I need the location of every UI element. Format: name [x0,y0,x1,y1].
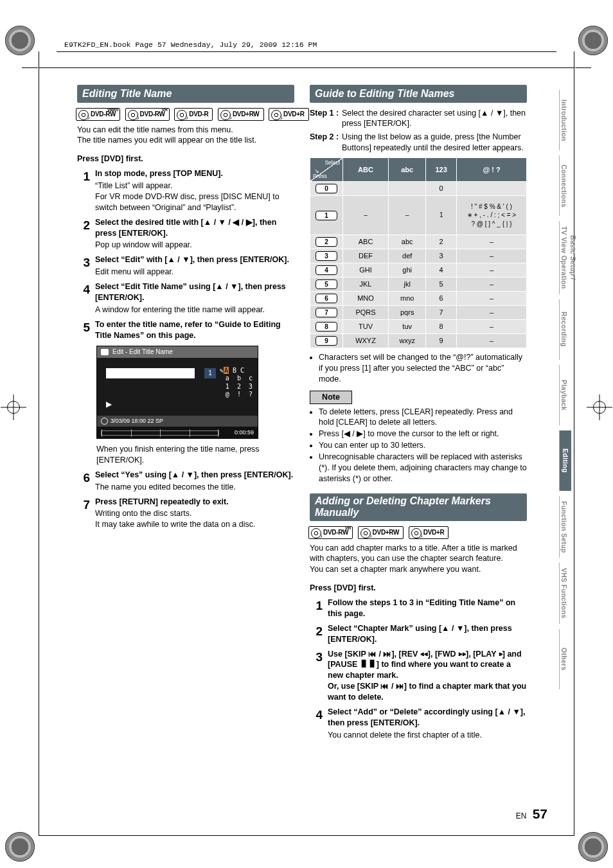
step-number: 3 [310,649,323,703]
note-item: Press [◀ / ▶] to move the cursor to the … [319,429,527,439]
keycap-icon: 5 [315,279,337,289]
table-cell: 2 [426,235,457,249]
note-item: Unrecognisable characters will be replac… [319,452,527,484]
diag-select: Select [324,159,340,166]
table-cell: 1 [426,196,457,235]
step-number: 5 [77,319,90,341]
intro-text: The title names you edit will appear on … [77,135,294,146]
keycap-icon: 4 [315,265,337,275]
table-row: 00 [310,182,527,196]
crop-mark-br [578,832,608,862]
table-row: 3DEFdef3– [310,249,527,263]
disc-badge-label: DVD+R [283,111,305,118]
disc-badge: DVD+R [409,526,449,539]
guide-step: Step 1Select the desired character set u… [310,108,527,130]
tab-others[interactable]: Others [559,629,569,689]
tab-connections[interactable]: Connections [559,155,569,216]
figure-titlebar: Edit - Edit Title Name [97,346,258,358]
step: 3 Use [SKIP ⏮ / ⏭], [REV ◀◀], [FWD ▶▶], … [310,649,527,703]
disc-badge-label: DVD+RW [373,529,400,536]
tick [39,51,39,67]
step-number: 1 [310,598,323,619]
tab-editing[interactable]: Editing [559,430,571,491]
table-row: 2ABCabc2– [310,235,527,249]
guide-steps: Step 1Select the desired character set u… [310,108,527,154]
intro-text: You can edit the title names from this m… [77,125,294,136]
title-input-field [106,368,195,378]
key-cell: 6 [310,292,343,306]
step: 3 Select “Edit” with [▲ / ▼], then press… [77,254,294,278]
step: 5 To enter the title name, refer to “Gui… [77,319,294,341]
step-number: 1 [77,168,90,213]
step-detail: The name you edited becomes the title. [95,482,294,493]
step-instruction: Use [SKIP ⏮ / ⏭], [REV ◀◀], [FWD ▶▶], [P… [328,649,527,703]
table-cell: – [457,334,527,348]
precondition: Press [DVD] first. [310,583,527,594]
step-instruction: Select “Add” or “Delete” accordingly usi… [328,707,527,729]
guide-step-body: Using the list below as a guide, press [… [342,132,527,154]
crop-mark-bl [5,832,35,862]
table-cell: def [389,249,426,263]
figure-status-text: 3/03/09 18:00 22 SP [111,417,163,425]
keycap-icon: 1 [315,211,337,220]
disc-badge-label: DVD+R [423,529,445,536]
step-number: 7 [77,497,90,531]
disc-type-badges: VideoDVD-RW VRDVD-RW DVD-R DVD+RW DVD+R [76,108,294,121]
table-cell [389,182,426,196]
left-column: Editing Title Name VideoDVD-RW VRDVD-RW … [77,84,294,531]
step-instruction: Select “Chapter Mark” using [▲ / ▼], the… [328,623,527,645]
col-head: ABC [343,158,389,182]
tab-basic-setup[interactable]: Basic Setup / TV View Operation [559,221,578,294]
key-cell: 0 [310,182,343,196]
char-cell: B C [229,367,244,374]
disc-badge-sup: Video [107,104,118,115]
disc-badge: VRDVD-RW [308,526,353,539]
tab-playback[interactable]: Playback [559,365,569,425]
key-cell: 9 [310,334,343,348]
disc-type-badges: VRDVD-RW DVD+RW DVD+R [308,526,527,539]
step-instruction: In stop mode, press [TOP MENU]. [95,168,294,179]
tab-function-setup[interactable]: Function Setup [559,496,569,558]
keycap-icon: 0 [315,184,337,193]
disc-icon [101,418,108,425]
figure-title: Edit - Edit Title Name [112,348,173,357]
key-cell: 8 [310,320,343,334]
table-cell: 4 [426,263,457,278]
disc-badge: VRDVD-RW [125,108,170,121]
table-cell: jkl [389,278,426,292]
tab-introduction[interactable]: Introduction [559,90,569,150]
char-cell: 1 2 3 [220,383,253,390]
loop-icon [101,349,109,355]
tab-vhs-functions[interactable]: VHS Functions [559,563,569,624]
step-number: 4 [310,707,323,741]
key-cell: 5 [310,278,343,292]
step-instruction: Press [RETURN] repeatedly to exit. [95,497,294,508]
table-cell: 9 [426,334,457,348]
table-cell: – [457,306,527,320]
step: 1 In stop mode, press [TOP MENU]. “Title… [77,168,294,213]
section-heading-guide: Guide to Editing Title Names [310,85,527,103]
step-number: 6 [77,470,90,493]
step: 2 Select the desired title with [▲ / ▼ /… [77,217,294,251]
steps-list: 1 In stop mode, press [TOP MENU]. “Title… [77,168,294,341]
page-content: Editing Title Name VideoDVD-RW VRDVD-RW … [77,84,527,791]
header-rule [57,51,556,53]
tab-recording[interactable]: Recording [559,299,569,360]
char-cell: @ ! ? [220,391,253,398]
play-icon: ▶ [106,399,112,409]
step-detail: A window for entering the title name wil… [95,305,294,315]
table-cell: – [457,320,527,334]
step-detail: Writing onto the disc starts. It may tak… [95,508,294,530]
step-number: 2 [77,217,90,251]
step-number: 2 [310,623,323,645]
table-cell: ! " # $ % & ' ( ) ∗ + , - . / : ; < = > … [457,196,527,235]
page-lang: EN [516,811,527,820]
crop-mark-tl [5,26,35,55]
disc-badge: DVD+RW [358,526,404,539]
keycap-icon: 6 [315,294,337,303]
note-text: Characters set will be changed to the “@… [319,352,527,385]
col-head: 123 [426,158,457,182]
table-cell: 7 [426,306,457,320]
table-cell [457,182,527,196]
page-number: EN 57 [516,805,547,823]
